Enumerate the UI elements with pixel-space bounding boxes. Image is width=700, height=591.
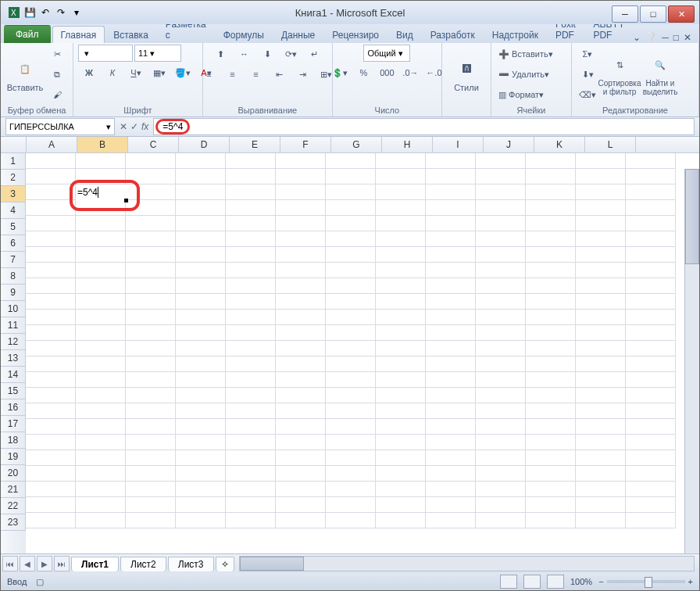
copy-button[interactable]: ⧉ — [46, 65, 68, 84]
row-23[interactable]: 23 — [1, 514, 26, 531]
col-A[interactable]: A — [27, 137, 77, 152]
autosum-button[interactable]: Σ▾ — [577, 45, 598, 63]
row-15[interactable]: 15 — [1, 383, 26, 399]
qat-dropdown-icon[interactable]: ▾ — [70, 5, 84, 20]
doc-restore-icon[interactable]: □ — [673, 32, 679, 43]
row-11[interactable]: 11 — [1, 317, 26, 334]
row-21[interactable]: 21 — [1, 482, 26, 498]
row-4[interactable]: 4 — [1, 202, 26, 219]
tab-addins[interactable]: Надстройк — [484, 26, 547, 43]
format-cells-button[interactable]: ▥ Формат▾ — [496, 85, 546, 104]
cells-area[interactable]: =5^4 — [26, 153, 699, 553]
maximize-button[interactable]: □ — [640, 5, 666, 23]
fill-color-button[interactable]: 🪣▾ — [172, 63, 194, 82]
row-1[interactable]: 1 — [1, 153, 26, 170]
clear-button[interactable]: ⌫▾ — [577, 85, 598, 104]
fx-icon[interactable]: fx — [141, 121, 148, 132]
border-button[interactable]: ▦▾ — [148, 63, 170, 82]
align-middle-button[interactable]: ↔ — [233, 45, 255, 63]
find-select-button[interactable]: 🔍Найти и выделить — [641, 48, 680, 100]
percent-button[interactable]: % — [352, 63, 374, 82]
comma-button[interactable]: 000 — [376, 63, 398, 82]
sheet-tab-1[interactable]: Лист1 — [71, 557, 119, 571]
col-F[interactable]: F — [280, 137, 331, 152]
sheet-nav-first[interactable]: ⏮ — [2, 556, 18, 571]
row-6[interactable]: 6 — [1, 235, 26, 252]
doc-close-icon[interactable]: ✕ — [684, 32, 691, 43]
tab-review[interactable]: Рецензиро — [323, 26, 388, 43]
row-2[interactable]: 2 — [1, 170, 26, 186]
undo-icon[interactable]: ↶ — [38, 5, 52, 20]
sheet-tab-3[interactable]: Лист3 — [168, 557, 214, 571]
row-20[interactable]: 20 — [1, 465, 26, 482]
increase-decimal-button[interactable]: .0→ — [399, 63, 421, 82]
align-top-button[interactable]: ⬆ — [209, 45, 231, 63]
col-I[interactable]: I — [433, 137, 484, 152]
sheet-tab-2[interactable]: Лист2 — [120, 557, 166, 571]
zoom-in-icon[interactable]: + — [688, 577, 693, 586]
vscroll-thumb[interactable] — [685, 169, 699, 264]
sort-filter-button[interactable]: ⇅Сортировка и фильтр — [600, 48, 639, 100]
decrease-indent-button[interactable]: ⇤ — [268, 65, 290, 84]
col-C[interactable]: C — [128, 137, 179, 152]
font-family-select[interactable]: ▾ — [78, 45, 133, 62]
new-sheet-button[interactable]: ✧ — [216, 557, 234, 571]
sheet-nav-last[interactable]: ⏭ — [54, 556, 70, 571]
fill-button[interactable]: ⬇▾ — [577, 65, 598, 84]
horizontal-scrollbar[interactable] — [239, 556, 695, 571]
redo-icon[interactable]: ↷ — [54, 5, 68, 20]
zoom-thumb[interactable] — [645, 577, 652, 588]
sheet-nav-next[interactable]: ▶ — [37, 556, 52, 571]
page-break-view-button[interactable] — [547, 575, 564, 589]
align-left-button[interactable]: ≡ — [198, 65, 220, 84]
save-icon[interactable]: 💾 — [23, 5, 37, 20]
hscroll-thumb[interactable] — [240, 557, 304, 571]
align-bottom-button[interactable]: ⬇ — [256, 45, 278, 63]
align-right-button[interactable]: ≡ — [245, 65, 266, 84]
cut-button[interactable]: ✂ — [46, 45, 68, 63]
row-14[interactable]: 14 — [1, 367, 26, 383]
currency-button[interactable]: 💲▾ — [329, 63, 351, 82]
increase-indent-button[interactable]: ⇥ — [291, 65, 313, 84]
row-18[interactable]: 18 — [1, 432, 26, 449]
tab-file[interactable]: Файл — [4, 25, 51, 43]
select-all-corner[interactable] — [1, 137, 27, 152]
col-G[interactable]: G — [331, 137, 382, 152]
row-8[interactable]: 8 — [1, 268, 26, 285]
format-painter-button[interactable]: 🖌 — [46, 85, 68, 104]
tab-developer[interactable]: Разработк — [422, 26, 484, 43]
enter-formula-icon[interactable]: ✓ — [130, 121, 138, 132]
row-19[interactable]: 19 — [1, 449, 26, 465]
row-12[interactable]: 12 — [1, 334, 26, 350]
zoom-slider[interactable]: − + — [598, 577, 693, 586]
col-E[interactable]: E — [230, 137, 280, 152]
fill-handle[interactable] — [124, 199, 128, 202]
col-D[interactable]: D — [179, 137, 230, 152]
page-layout-view-button[interactable] — [523, 575, 541, 589]
wrap-text-button[interactable]: ↵ — [303, 45, 325, 63]
paste-button[interactable]: 📋Вставить — [5, 48, 45, 100]
doc-minimize-icon[interactable]: ─ — [662, 32, 669, 43]
bold-button[interactable]: Ж — [78, 63, 100, 82]
tab-insert[interactable]: Вставка — [105, 26, 157, 43]
sheet-nav-prev[interactable]: ◀ — [20, 556, 35, 571]
ribbon-minimize-icon[interactable]: ⌄ — [633, 32, 641, 43]
macro-record-icon[interactable]: ▢ — [36, 577, 44, 587]
row-16[interactable]: 16 — [1, 399, 26, 416]
row-13[interactable]: 13 — [1, 350, 26, 367]
col-L[interactable]: L — [585, 137, 636, 152]
tab-formulas[interactable]: Формулы — [215, 26, 273, 43]
italic-button[interactable]: К — [102, 63, 123, 82]
help-icon[interactable]: ❔ — [645, 32, 657, 43]
row-17[interactable]: 17 — [1, 416, 26, 432]
col-B[interactable]: B — [77, 137, 128, 152]
tab-view[interactable]: Вид — [388, 26, 422, 43]
zoom-out-icon[interactable]: − — [598, 577, 603, 586]
row-5[interactable]: 5 — [1, 219, 26, 235]
col-H[interactable]: H — [382, 137, 433, 152]
align-center-button[interactable]: ≡ — [221, 65, 243, 84]
number-format-select[interactable]: Общий ▾ — [363, 45, 410, 62]
cancel-formula-icon[interactable]: ✕ — [120, 121, 127, 132]
close-button[interactable]: ✕ — [668, 5, 695, 23]
tab-data[interactable]: Данные — [273, 26, 323, 43]
